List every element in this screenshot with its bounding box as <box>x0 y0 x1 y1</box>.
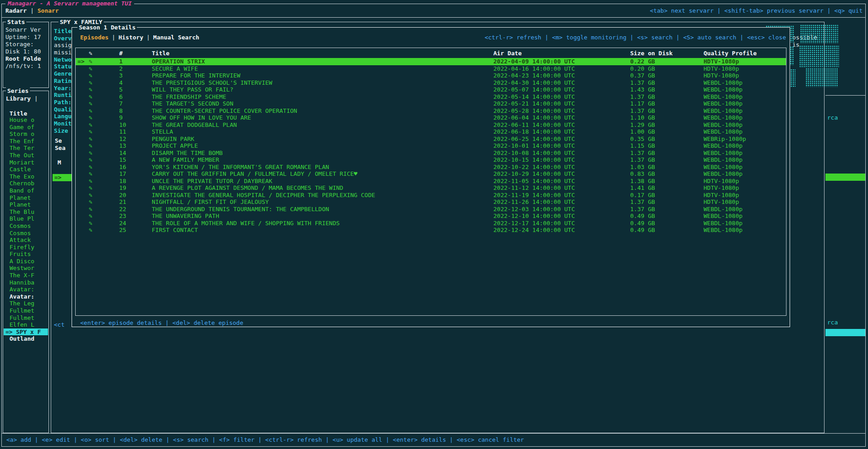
series-list-item[interactable]: Attack <box>4 237 48 244</box>
series-list-item[interactable]: The Ter <box>4 145 48 152</box>
episode-row[interactable]: ✎25FIRST CONTACT2022-12-24 14:00:00 UTC0… <box>76 227 786 234</box>
edit-pencil-icon[interactable]: ✎ <box>88 121 119 129</box>
episode-row[interactable]: ✎8THE COUNTER-SECRET POLICE COVER OPERAT… <box>76 107 786 115</box>
series-list-item[interactable]: The Blu <box>4 208 48 216</box>
tab-sonarr[interactable]: Sonarr <box>38 7 59 15</box>
selection-marker <box>76 128 88 135</box>
edit-pencil-icon[interactable]: ✎ <box>88 128 119 135</box>
edit-pencil-icon[interactable]: ✎ <box>88 170 119 178</box>
edit-pencil-icon[interactable]: ✎ <box>88 58 119 65</box>
edit-pencil-icon[interactable]: ✎ <box>88 86 119 93</box>
episode-row[interactable]: ✎9SHOW OFF HOW IN LOVE YOU ARE2022-06-04… <box>76 114 786 121</box>
popup-tab-manual-search[interactable]: Manual Search <box>153 34 199 41</box>
series-list-item[interactable]: The Enf <box>4 138 48 145</box>
edit-pencil-icon[interactable]: ✎ <box>88 164 119 171</box>
series-list-item[interactable]: Moriart <box>4 159 48 166</box>
series-list-item[interactable]: Fullmet <box>4 314 48 322</box>
episode-row[interactable]: ✎19A REVENGE PLOT AGAINST DESMOND / MAMA… <box>76 184 786 192</box>
episode-row[interactable]: ✎12PENGUIN PARK2022-06-25 14:00:00 UTC0.… <box>76 135 786 143</box>
episode-row[interactable]: ✎21NIGHTFALL / FIRST FIT OF JEALOUSY2022… <box>76 198 786 206</box>
episode-row[interactable]: ✎18UNCLE THE PRIVATE TUTOR / DAYBREAK202… <box>76 178 786 185</box>
edit-pencil-icon[interactable]: ✎ <box>88 65 119 72</box>
bottom-keybinds: <a> add | <e> edit | <o> sort | <del> de… <box>6 436 524 443</box>
episode-row[interactable]: ✎14DISARM THE TIME BOMB2022-10-08 14:00:… <box>76 150 786 157</box>
series-list-item[interactable]: A Disco <box>4 258 48 265</box>
edit-pencil-icon[interactable]: ✎ <box>88 72 119 79</box>
series-list-item[interactable]: The X-F <box>4 272 48 279</box>
series-list-item[interactable]: Planet <box>4 194 48 202</box>
episode-number: 8 <box>119 107 152 115</box>
series-list-item[interactable]: Westwor <box>4 265 48 272</box>
edit-pencil-icon[interactable]: ✎ <box>88 192 119 199</box>
episode-number: 18 <box>119 178 152 185</box>
series-list-item[interactable]: Planet <box>4 201 48 208</box>
series-list-item[interactable]: Hanniba <box>4 279 48 286</box>
series-list-item[interactable]: Cosmos <box>4 230 48 237</box>
series-list-item[interactable]: Game of <box>4 124 48 131</box>
series-list-item[interactable]: House o <box>4 116 48 124</box>
episode-row[interactable]: ✎17CARRY OUT THE GRIFFIN PLAN / FULLMETA… <box>76 170 786 178</box>
episode-row[interactable]: ✎3PREPARE FOR THE INTERVIEW2022-04-23 14… <box>76 72 786 79</box>
edit-pencil-icon[interactable]: ✎ <box>88 220 119 227</box>
series-list-item[interactable]: => SPY x F <box>4 328 48 336</box>
series-list-item[interactable]: Storm o <box>4 130 48 138</box>
episode-row[interactable]: =>✎1OPERATION STRIX2022-04-09 14:00:00 U… <box>76 58 786 65</box>
episode-row[interactable]: ✎24THE ROLE OF A MOTHER AND WIFE / SHOPP… <box>76 220 786 227</box>
selection-marker <box>76 227 88 234</box>
edit-pencil-icon[interactable]: ✎ <box>88 135 119 143</box>
edit-pencil-icon[interactable]: ✎ <box>88 107 119 115</box>
episode-size: 0.17 GB <box>630 192 704 199</box>
episode-row[interactable]: ✎11STELLA2022-06-18 14:00:00 UTC1.00 GBW… <box>76 128 786 135</box>
series-list-item[interactable]: Fullmet <box>4 307 48 314</box>
series-list-item[interactable]: Firefly <box>4 244 48 251</box>
edit-pencil-icon[interactable]: ✎ <box>88 150 119 157</box>
edit-pencil-icon[interactable]: ✎ <box>88 100 119 107</box>
series-list-item[interactable]: Avatar: <box>4 293 48 300</box>
tab-library[interactable]: Library <box>6 95 31 102</box>
edit-pencil-icon[interactable]: ✎ <box>88 156 119 164</box>
series-list-item[interactable]: Avatar: <box>4 286 48 293</box>
series-list-item[interactable]: Chernob <box>4 180 48 187</box>
episode-row[interactable]: ✎7THE TARGET'S SECOND SON2022-05-21 14:0… <box>76 100 786 107</box>
episode-row[interactable]: ✎22THE UNDERGROUND TENNIS TOURNAMENT: TH… <box>76 206 786 213</box>
series-list-item[interactable]: Cosmos <box>4 222 48 230</box>
episode-row[interactable]: ✎5WILL THEY PASS OR FAIL?2022-05-07 14:0… <box>76 86 786 93</box>
series-list-item[interactable]: The Exo <box>4 173 48 180</box>
popup-tab-history[interactable]: History <box>118 34 143 41</box>
episode-row[interactable]: ✎10THE GREAT DODGEBALL PLAN2022-06-11 14… <box>76 121 786 129</box>
edit-pencil-icon[interactable]: ✎ <box>88 178 119 185</box>
series-list-item[interactable]: Castle <box>4 166 48 173</box>
edit-pencil-icon[interactable]: ✎ <box>88 93 119 101</box>
edit-pencil-icon[interactable]: ✎ <box>88 198 119 206</box>
series-list-item[interactable]: Fruits <box>4 251 48 258</box>
episode-title: A REVENGE PLOT AGAINST DESMOND / MAMA BE… <box>152 184 493 192</box>
series-list-item[interactable]: The Leg <box>4 300 48 307</box>
edit-pencil-icon[interactable]: ✎ <box>88 212 119 220</box>
episode-row[interactable]: ✎13PROJECT APPLE2022-10-01 14:00:00 UTC1… <box>76 142 786 150</box>
episode-row[interactable]: ✎16YOR'S KITCHEN / THE INFORMANT'S GREAT… <box>76 164 786 171</box>
series-list-item[interactable]: Band of <box>4 187 48 194</box>
episode-row[interactable]: ✎4THE PRESTIGIOUS SCHOOL'S INTERVIEW2022… <box>76 79 786 87</box>
edit-pencil-icon[interactable]: ✎ <box>88 79 119 87</box>
edit-pencil-icon[interactable]: ✎ <box>88 184 119 192</box>
episode-title: THE UNDERGROUND TENNIS TOURNAMENT: THE C… <box>152 206 493 213</box>
episode-row[interactable]: ✎20INVESTIGATE THE GENERAL HOSPITAL / DE… <box>76 192 786 199</box>
series-list-item[interactable]: Outland <box>4 335 48 343</box>
edit-pencil-icon[interactable]: ✎ <box>88 227 119 234</box>
series-list-item[interactable]: Blue Pl <box>4 215 48 222</box>
stat-line: Root Folde <box>5 55 46 63</box>
tab-radarr[interactable]: Radarr <box>5 7 27 15</box>
edit-pencil-icon[interactable]: ✎ <box>88 114 119 121</box>
series-list-item[interactable]: Elfen L <box>4 321 48 328</box>
episode-size: 1.37 GB <box>630 150 704 157</box>
episode-row[interactable]: ✎2SECURE A WIFE2022-04-16 14:00:00 UTC0.… <box>76 65 786 72</box>
seasons-selected-row-fragment[interactable]: => <box>53 174 72 181</box>
popup-tab-episodes[interactable]: Episodes <box>80 34 109 41</box>
episode-row[interactable]: ✎6THE FRIENDSHIP SCHEME2022-05-14 14:00:… <box>76 93 786 101</box>
edit-pencil-icon[interactable]: ✎ <box>88 206 119 213</box>
episode-row[interactable]: ✎15A NEW FAMILY MEMBER2022-10-15 14:00:0… <box>76 156 786 164</box>
series-list-item[interactable]: The Out <box>4 152 48 159</box>
episode-quality: WEBDL-1080p <box>704 156 786 164</box>
edit-pencil-icon[interactable]: ✎ <box>88 142 119 150</box>
episode-row[interactable]: ✎23THE UNWAVERING PATH2022-12-10 14:00:0… <box>76 212 786 220</box>
